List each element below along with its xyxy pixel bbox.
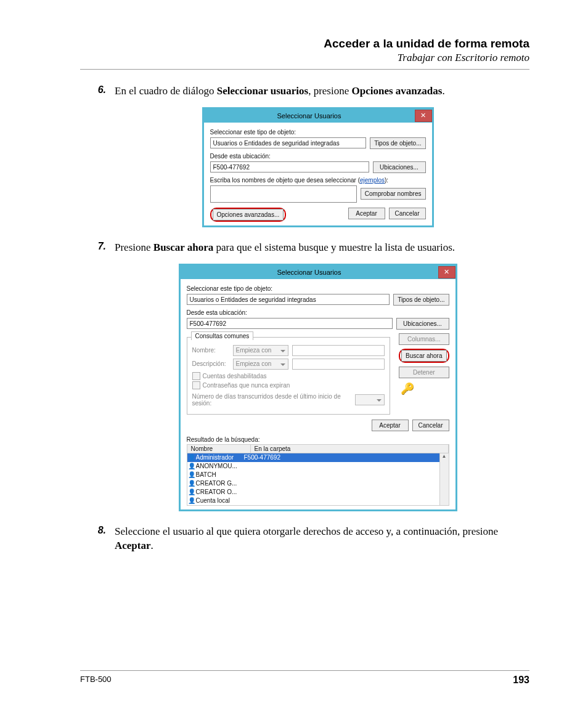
step-7: 7. Presione Buscar ahora para que el sis… bbox=[80, 241, 529, 255]
results-header[interactable]: Nombre En la carpeta bbox=[187, 444, 449, 453]
results-row[interactable]: 👤CREATOR O... bbox=[187, 488, 449, 497]
results-row[interactable]: 👤AdministradorF500-477692 bbox=[187, 453, 449, 462]
tab-label[interactable]: Consultas comunes bbox=[191, 331, 254, 340]
advanced-options-button[interactable]: Opciones avanzadas... bbox=[213, 209, 284, 221]
location-field[interactable]: F500-477692 bbox=[210, 161, 369, 172]
object-type-field[interactable]: Usuarios o Entidades de seguridad integr… bbox=[187, 294, 390, 305]
description-mode-select[interactable]: Empieza con bbox=[233, 359, 288, 370]
dialog-select-users-advanced: Seleccionar Usuarios ✕ Seleccionar este … bbox=[179, 264, 457, 511]
location-label: Desde esta ubicación: bbox=[210, 153, 426, 160]
row-name: ANONYMOU... bbox=[196, 463, 244, 469]
titlebar[interactable]: Seleccionar Usuarios ✕ bbox=[181, 266, 455, 279]
days-select[interactable] bbox=[355, 394, 385, 405]
common-queries-tab: Consultas comunes Nombre: Empieza con De… bbox=[187, 337, 391, 415]
dialog-select-users-basic: Seleccionar Usuarios ✕ Seleccionar este … bbox=[202, 107, 434, 227]
row-folder: F500-477692 bbox=[244, 454, 449, 461]
object-type-label: Seleccionar este tipo de objeto: bbox=[210, 129, 426, 136]
row-name: Cuenta local bbox=[196, 497, 244, 504]
user-icon: 👤 bbox=[187, 454, 196, 461]
column-name[interactable]: Nombre bbox=[187, 445, 251, 453]
results-label: Resultado de la búsqueda: bbox=[187, 436, 449, 443]
object-names-field[interactable] bbox=[210, 185, 357, 203]
find-now-button[interactable]: Buscar ahora bbox=[401, 350, 446, 362]
row-name: BATCH bbox=[196, 471, 244, 478]
user-icon: 👤 bbox=[187, 497, 196, 504]
ok-button[interactable]: Aceptar bbox=[372, 420, 409, 431]
dialog-title: Seleccionar Usuarios bbox=[204, 112, 415, 120]
results-list[interactable]: ▲ 👤AdministradorF500-477692👤ANONYMOU...👤… bbox=[187, 453, 449, 506]
advanced-options-highlight: Opciones avanzadas... bbox=[210, 208, 287, 222]
results-row[interactable]: 👤BATCH bbox=[187, 471, 449, 479]
object-type-label: Seleccionar este tipo de objeto: bbox=[187, 285, 449, 292]
step-text: Seleccione el usuario al que quiera otor… bbox=[115, 525, 529, 553]
results-row[interactable]: 👤CREATOR G... bbox=[187, 479, 449, 488]
examples-link[interactable]: ejemplos bbox=[360, 177, 385, 184]
locations-button[interactable]: Ubicaciones... bbox=[396, 318, 449, 330]
location-field[interactable]: F500-477692 bbox=[187, 318, 393, 329]
location-label: Desde esta ubicación: bbox=[187, 309, 449, 316]
stop-button[interactable]: Detener bbox=[399, 367, 449, 378]
row-name: CREATOR G... bbox=[196, 480, 244, 487]
object-type-field[interactable]: Usuarios o Entidades de seguridad integr… bbox=[210, 137, 367, 148]
step-number: 8. bbox=[80, 525, 115, 553]
results-row[interactable]: 👤Cuenta local bbox=[187, 497, 449, 505]
cancel-button[interactable]: Cancelar bbox=[412, 420, 449, 431]
column-folder[interactable]: En la carpeta bbox=[251, 445, 449, 453]
step-8: 8. Seleccione el usuario al que quiera o… bbox=[80, 525, 529, 553]
cancel-button[interactable]: Cancelar bbox=[389, 208, 426, 219]
row-name: Administrador bbox=[196, 454, 244, 461]
description-label: Descripción: bbox=[192, 360, 229, 367]
object-types-button[interactable]: Tipos de objeto... bbox=[370, 137, 425, 149]
user-icon: 👤 bbox=[187, 471, 196, 478]
object-types-button[interactable]: Tipos de objeto... bbox=[393, 294, 449, 306]
columns-button[interactable]: Columnas... bbox=[399, 333, 449, 345]
header-rule bbox=[80, 69, 529, 70]
step-number: 6. bbox=[80, 84, 115, 99]
footer-model: FTB-500 bbox=[80, 675, 112, 686]
name-input[interactable] bbox=[292, 345, 385, 356]
page-header-title: Acceder a la unidad de forma remota bbox=[80, 37, 529, 51]
footer-rule bbox=[80, 670, 529, 671]
name-mode-select[interactable]: Empieza con bbox=[233, 345, 288, 356]
results-row[interactable]: 👤ANONYMOU... bbox=[187, 462, 449, 471]
locations-button[interactable]: Ubicaciones... bbox=[373, 161, 426, 173]
scrollbar[interactable]: ▲ bbox=[439, 453, 449, 505]
page-number: 193 bbox=[513, 675, 529, 686]
ok-button[interactable]: Aceptar bbox=[348, 208, 385, 219]
close-icon[interactable]: ✕ bbox=[415, 110, 432, 122]
check-names-button[interactable]: Comprobar nombres bbox=[361, 188, 426, 200]
days-label: Número de días transcurridos desde el úl… bbox=[192, 393, 352, 407]
user-icon: 👤 bbox=[187, 480, 196, 487]
step-number: 7. bbox=[80, 241, 115, 255]
find-now-highlight: Buscar ahora bbox=[399, 349, 449, 363]
step-text: En el cuadro de diálogo Seleccionar usua… bbox=[115, 84, 445, 99]
page-header-subtitle: Trabajar con Escritorio remoto bbox=[80, 52, 529, 64]
titlebar[interactable]: Seleccionar Usuarios ✕ bbox=[204, 109, 432, 123]
description-input[interactable] bbox=[292, 359, 385, 370]
names-label: Escriba los nombres de objeto que desea … bbox=[210, 177, 426, 184]
name-label: Nombre: bbox=[192, 347, 229, 354]
disabled-accounts-checkbox[interactable]: Cuentas deshabilitadas bbox=[192, 372, 385, 380]
step-6: 6. En el cuadro de diálogo Seleccionar u… bbox=[80, 84, 529, 99]
scroll-up-icon[interactable]: ▲ bbox=[442, 453, 447, 459]
non-expiring-passwords-checkbox[interactable]: Contraseñas que nunca expiran bbox=[192, 381, 385, 389]
user-icon: 👤 bbox=[187, 489, 196, 495]
row-name: CREATOR O... bbox=[196, 489, 244, 495]
user-icon: 👤 bbox=[187, 463, 196, 469]
key-icon: 🔑 bbox=[399, 382, 416, 396]
close-icon[interactable]: ✕ bbox=[438, 266, 455, 278]
step-text: Presione Buscar ahora para que el sistem… bbox=[115, 241, 455, 255]
dialog-title: Seleccionar Usuarios bbox=[181, 269, 438, 276]
